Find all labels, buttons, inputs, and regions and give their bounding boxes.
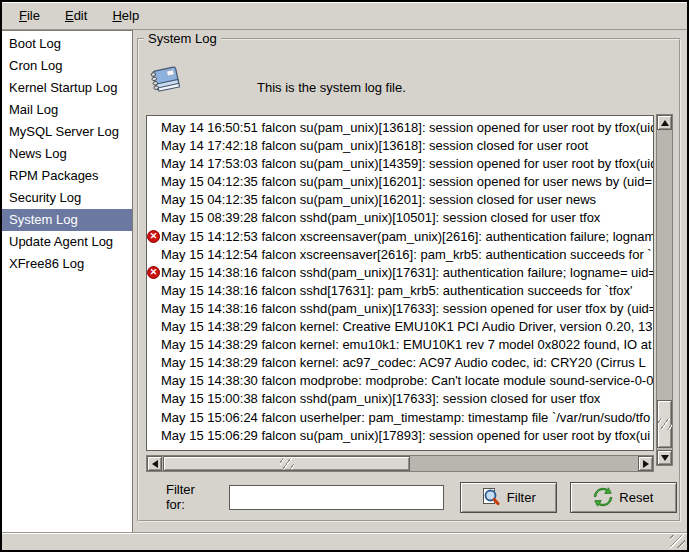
log-row[interactable]: May 15 14:38:30 falcon modprobe: modprob… <box>147 372 653 390</box>
sidebar-item[interactable]: Cron Log <box>2 55 132 77</box>
sidebar-item[interactable]: MySQL Server Log <box>2 121 132 143</box>
log-row-text: May 15 14:38:29 falcon kernel: emu10k1: … <box>161 337 652 352</box>
notebook-icon <box>147 60 185 98</box>
log-row[interactable]: May 15 14:38:29 falcon kernel: emu10k1: … <box>147 336 653 354</box>
down-arrow-icon <box>661 455 669 461</box>
sidebar-item[interactable]: System Log <box>2 209 132 231</box>
log-row-text: May 14 16:50:51 falcon su(pam_unix)[1361… <box>161 120 653 135</box>
log-row[interactable]: May 14 17:42:18 falcon su(pam_unix)[1361… <box>147 137 653 155</box>
log-row-text: May 15 15:06:24 falcon userhelper: pam_t… <box>161 410 650 425</box>
vertical-scrollbar-thumb[interactable] <box>657 400 672 448</box>
log-row[interactable]: May 14 16:50:51 falcon su(pam_unix)[1361… <box>147 119 653 137</box>
log-row[interactable]: May 15 15:06:24 falcon userhelper: pam_t… <box>147 409 653 427</box>
log-row[interactable]: May 15 14:12:54 falcon xscreensaver[2616… <box>147 246 653 264</box>
log-description: This is the system log file. <box>257 80 406 95</box>
refresh-arrows-icon <box>593 487 613 507</box>
log-row-text: May 15 08:39:28 falcon sshd(pam_unix)[10… <box>161 210 600 225</box>
menu-file[interactable]: File <box>10 4 49 27</box>
menu-help[interactable]: Help <box>103 4 148 27</box>
log-row[interactable]: ✕May 15 14:38:16 falcon sshd(pam_unix)[1… <box>147 264 653 282</box>
left-arrow-icon <box>152 460 158 468</box>
window-body: Boot LogCron LogKernel Startup LogMail L… <box>2 30 687 532</box>
reset-button-label: Reset <box>619 490 653 505</box>
error-icon: ✕ <box>147 266 160 279</box>
log-row-text: May 15 14:38:29 falcon kernel: Creative … <box>161 319 652 334</box>
thumb-grip-icon <box>280 458 294 469</box>
sidebar-item[interactable]: News Log <box>2 143 132 165</box>
sidebar-item[interactable]: RPM Packages <box>2 165 132 187</box>
log-row[interactable]: May 15 15:00:38 falcon sshd(pam_unix)[17… <box>147 390 653 408</box>
log-row[interactable]: ✕May 15 14:12:53 falcon xscreensaver(pam… <box>147 228 653 246</box>
scroll-left-button[interactable] <box>147 456 162 471</box>
up-arrow-icon <box>661 120 669 126</box>
filter-button-label: Filter <box>507 490 536 505</box>
log-type-sidebar: Boot LogCron LogKernel Startup LogMail L… <box>2 30 133 532</box>
log-row-text: May 15 14:38:30 falcon modprobe: modprob… <box>161 373 653 388</box>
log-row-text: May 15 15:06:29 falcon su(pam_unix)[1789… <box>161 428 650 443</box>
log-row[interactable]: May 15 14:38:16 falcon sshd(pam_unix)[17… <box>147 300 653 318</box>
log-row-text: May 15 15:00:38 falcon sshd(pam_unix)[17… <box>161 391 600 406</box>
horizontal-scrollbar[interactable] <box>146 455 654 472</box>
log-row[interactable]: May 14 17:53:03 falcon su(pam_unix)[1435… <box>147 155 653 173</box>
sidebar-item[interactable]: Security Log <box>2 187 132 209</box>
scroll-right-button[interactable] <box>638 456 653 471</box>
main-panel: System Log This is the system log fil <box>133 30 687 532</box>
filter-input[interactable] <box>229 485 444 510</box>
log-row[interactable]: May 15 14:38:16 falcon sshd[17631]: pam_… <box>147 282 653 300</box>
resize-grip[interactable] <box>670 535 685 548</box>
sidebar-item[interactable]: Boot Log <box>2 33 132 55</box>
sidebar-item[interactable]: XFree86 Log <box>2 253 132 275</box>
log-row[interactable]: May 15 15:06:29 falcon su(pam_unix)[1789… <box>147 427 653 445</box>
log-row-text: May 15 14:38:29 falcon kernel: ac97_code… <box>161 355 646 370</box>
group-title: System Log <box>144 31 221 46</box>
log-row-text: May 15 14:38:16 falcon sshd(pam_unix)[17… <box>161 265 653 280</box>
filter-button[interactable]: Filter <box>460 482 557 513</box>
sidebar-item[interactable]: Kernel Startup Log <box>2 77 132 99</box>
status-bar <box>2 532 687 550</box>
sidebar-item[interactable]: Mail Log <box>2 99 132 121</box>
reset-button[interactable]: Reset <box>570 482 677 513</box>
log-row-text: May 15 04:12:35 falcon su(pam_unix)[1620… <box>161 192 596 207</box>
vertical-scrollbar[interactable] <box>656 114 673 466</box>
log-view[interactable]: May 14 16:50:51 falcon su(pam_unix)[1361… <box>146 115 654 451</box>
log-row[interactable]: May 15 14:38:29 falcon kernel: ac97_code… <box>147 354 653 372</box>
right-arrow-icon <box>643 460 649 468</box>
scroll-up-button[interactable] <box>657 115 672 130</box>
scroll-down-button[interactable] <box>657 450 672 465</box>
log-row-text: May 15 14:12:53 falcon xscreensaver(pam_… <box>161 229 653 244</box>
log-row-text: May 14 17:42:18 falcon su(pam_unix)[1361… <box>161 138 588 153</box>
log-row-text: May 15 04:12:35 falcon su(pam_unix)[1620… <box>161 174 652 189</box>
app-window: File Edit Help Boot LogCron LogKernel St… <box>0 0 689 552</box>
sidebar-item[interactable]: Update Agent Log <box>2 231 132 253</box>
log-row[interactable]: May 15 04:12:35 falcon su(pam_unix)[1620… <box>147 173 653 191</box>
log-row-text: May 15 14:38:16 falcon sshd[17631]: pam_… <box>161 283 633 298</box>
menu-bar: File Edit Help <box>2 2 687 30</box>
log-row[interactable]: May 15 04:12:35 falcon su(pam_unix)[1620… <box>147 191 653 209</box>
filter-label: Filter for: <box>166 482 217 512</box>
thumb-grip-icon <box>658 419 672 430</box>
filter-row: Filter for: Filter <box>146 480 677 514</box>
horizontal-scrollbar-thumb[interactable] <box>163 456 410 471</box>
menu-edit[interactable]: Edit <box>56 4 96 27</box>
log-row[interactable]: May 15 14:38:29 falcon kernel: Creative … <box>147 318 653 336</box>
magnifier-document-icon <box>481 487 501 507</box>
system-log-group: System Log This is the system log fil <box>137 38 681 522</box>
error-icon: ✕ <box>147 230 160 243</box>
log-row-text: May 15 14:38:16 falcon sshd(pam_unix)[17… <box>161 301 653 316</box>
log-row-text: May 15 14:12:54 falcon xscreensaver[2616… <box>161 247 652 262</box>
log-row[interactable]: May 15 08:39:28 falcon sshd(pam_unix)[10… <box>147 209 653 227</box>
log-row-text: May 14 17:53:03 falcon su(pam_unix)[1435… <box>161 156 653 171</box>
